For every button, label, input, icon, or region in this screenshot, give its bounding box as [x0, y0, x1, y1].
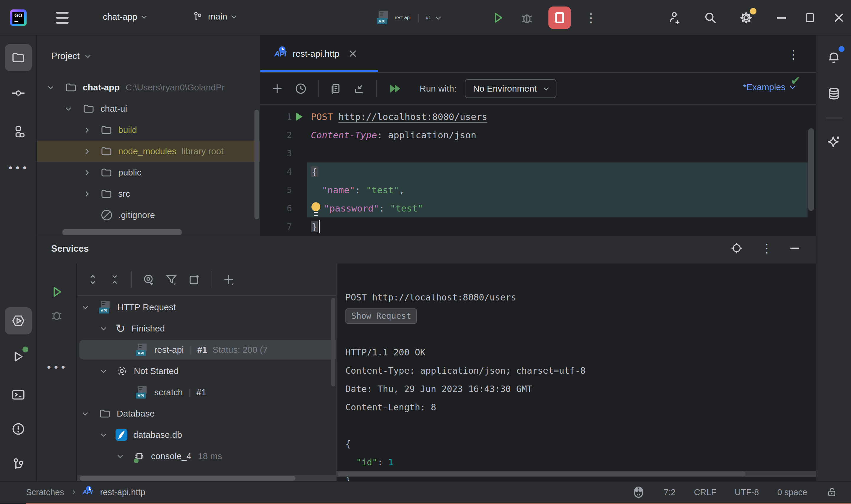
file-encoding[interactable]: UTF-8 — [735, 487, 759, 497]
more-service-actions[interactable]: ••• — [46, 362, 67, 374]
project-selector[interactable]: chat-app — [103, 12, 146, 22]
debug-button[interactable] — [520, 10, 534, 25]
services-tool-button[interactable] — [5, 307, 32, 335]
code-line-6: 6 "password": "test" — [260, 199, 816, 217]
code-with-me-icon[interactable] — [667, 10, 683, 25]
breadcrumb-root[interactable]: Scratches — [26, 487, 64, 497]
vcs-branch-widget[interactable]: main — [192, 11, 236, 22]
intention-bulb-icon[interactable] — [311, 202, 321, 215]
toolbar-divider — [212, 271, 212, 288]
console-active-dot — [134, 458, 139, 463]
examples-dropdown[interactable]: *Examples — [743, 82, 795, 92]
tree-item-build[interactable]: build — [37, 119, 260, 141]
service-row-rest-api[interactable]: API rest-api | #1 Status: 200 (7 — [77, 339, 336, 360]
open-brace: { — [311, 166, 318, 177]
debug-service-button[interactable] — [50, 308, 64, 322]
more-tools-button[interactable]: ••• — [5, 155, 32, 182]
line-ending[interactable]: CRLF — [694, 487, 717, 497]
hide-panel-icon[interactable] — [791, 248, 799, 249]
add-service-icon[interactable] — [222, 273, 235, 286]
json-key: "password" — [324, 203, 379, 214]
view-options-icon[interactable] — [142, 273, 155, 286]
line-number: 5 — [275, 185, 292, 195]
folder-icon — [65, 82, 77, 93]
window-minimize-button[interactable] — [777, 17, 786, 19]
add-request-icon[interactable] — [271, 82, 284, 95]
convert-curl-icon[interactable] — [353, 82, 366, 95]
tree-item-public[interactable]: public — [37, 162, 260, 183]
show-request-badge[interactable]: Show Request — [345, 308, 417, 324]
structure-tool-button[interactable] — [5, 118, 32, 145]
copy-request-icon[interactable] — [329, 82, 342, 95]
unlock-icon[interactable] — [826, 486, 838, 498]
tree-item-label: .gitignore — [119, 210, 155, 220]
window-close-button[interactable] — [834, 13, 844, 23]
ai-assistant-button[interactable] — [820, 128, 848, 156]
run-configuration-selector[interactable]: API rest-api | #1 — [377, 8, 440, 27]
services-options-icon[interactable]: ⋮ — [761, 242, 773, 254]
editor-options-icon[interactable]: ⋮ — [787, 49, 799, 60]
project-panel-header[interactable]: Project — [51, 51, 90, 61]
tree-horizontal-scrollbar[interactable] — [80, 476, 295, 481]
examples-label: *Examples — [743, 82, 785, 92]
git-tool-button[interactable] — [5, 451, 32, 478]
collapse-all-icon[interactable] — [109, 274, 121, 285]
tree-item-chat-app[interactable]: chat-app C:\Users\ryan0\GolandPr — [37, 77, 260, 98]
run-button[interactable] — [490, 10, 505, 25]
http-request-icon: API — [136, 386, 148, 398]
run-tool-button[interactable] — [5, 343, 32, 370]
breadcrumb-file[interactable]: rest-api.http — [100, 487, 145, 497]
tree-item-label: public — [118, 167, 141, 178]
run-request-gutter-icon[interactable] — [296, 112, 303, 121]
service-row-database-group[interactable]: Database — [77, 403, 336, 424]
rerun-service-button[interactable] — [49, 285, 64, 299]
code-editor[interactable]: 1 POST http://localhost:8080/users 2 Con… — [260, 105, 816, 236]
service-row-console[interactable]: console_4 18 ms — [77, 446, 336, 467]
tree-vertical-scrollbar[interactable] — [331, 298, 336, 386]
run-all-requests-icon[interactable] — [388, 82, 402, 96]
project-horizontal-scrollbar[interactable] — [62, 229, 182, 235]
tree-item-chat-ui[interactable]: chat-ui — [37, 98, 260, 119]
project-vertical-scrollbar[interactable] — [254, 110, 259, 219]
tab-close-icon[interactable] — [349, 50, 357, 58]
project-tool-button[interactable] — [5, 44, 32, 71]
service-row-finished[interactable]: ↻ Finished — [77, 318, 336, 339]
settings-gear-icon[interactable] — [738, 10, 754, 26]
expand-all-icon[interactable] — [87, 274, 99, 285]
editor-scrollbar[interactable] — [808, 128, 814, 211]
open-in-new-tab-icon[interactable] — [188, 273, 201, 286]
stop-button[interactable] — [548, 6, 571, 29]
indent-setting[interactable]: 0 space — [777, 487, 807, 497]
window-restore-button[interactable] — [806, 13, 814, 22]
database-tool-button[interactable] — [820, 80, 848, 108]
project-selector-label: chat-app — [103, 12, 138, 22]
tree-item-gitignore[interactable]: .gitignore — [37, 204, 260, 226]
toolbar-divider — [318, 80, 319, 97]
service-row-http-request[interactable]: API HTTP Request — [77, 296, 336, 318]
request-history-icon[interactable] — [294, 82, 307, 95]
tree-item-src[interactable]: src — [37, 183, 260, 204]
search-icon[interactable] — [703, 10, 718, 25]
response-horizontal-scrollbar[interactable] — [338, 471, 745, 476]
chevron-down-icon — [83, 410, 88, 415]
inspections-ok-icon[interactable]: ✔ — [791, 74, 800, 87]
response-request-line: POST http://localhost:8080/users — [345, 292, 516, 303]
notifications-bell-button[interactable] — [820, 43, 848, 70]
tree-item-node-modules[interactable]: node_modules library root — [37, 141, 260, 162]
service-row-database-db[interactable]: database.db — [77, 424, 336, 446]
service-row-scratch[interactable]: API scratch | #1 — [77, 382, 336, 403]
copilot-icon[interactable] — [632, 485, 645, 499]
tab-rest-api-http[interactable]: API rest-api.http — [260, 35, 370, 72]
response-console[interactable]: POST http://localhost:8080/users Show Re… — [336, 264, 816, 481]
problems-tool-button[interactable] — [5, 415, 32, 443]
filter-icon[interactable] — [165, 273, 178, 286]
cursor-position[interactable]: 7:2 — [664, 487, 675, 497]
terminal-tool-button[interactable] — [5, 381, 32, 408]
more-actions-icon[interactable]: ⋮ — [585, 12, 597, 24]
service-row-not-started[interactable]: Not Started — [77, 360, 336, 382]
commit-tool-button[interactable] — [5, 79, 32, 107]
environment-selector[interactable]: No Environment — [465, 79, 556, 98]
separator: : — [377, 130, 388, 140]
select-in-tree-icon[interactable] — [730, 242, 743, 255]
main-menu-icon[interactable] — [56, 12, 69, 24]
